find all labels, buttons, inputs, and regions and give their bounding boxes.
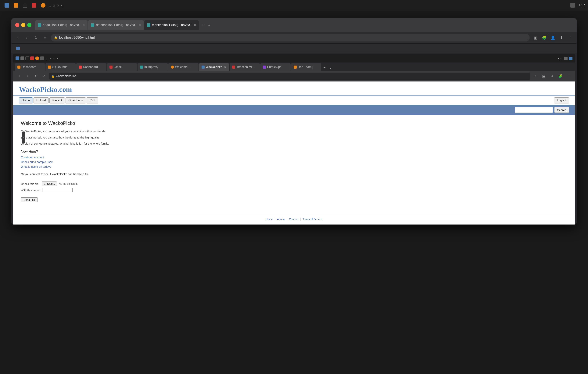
ff-reload-button[interactable]: ↻ xyxy=(32,73,39,80)
ff-tab-label-9: PurpleOps xyxy=(267,65,282,69)
browse-button[interactable]: Browse... xyxy=(42,182,57,186)
minimize-button[interactable] xyxy=(21,23,25,27)
site-footer: Home | Admin | Contact | Terms of Servic… xyxy=(13,214,575,224)
tab-close-attack[interactable]: ✕ xyxy=(83,23,85,27)
ff-tab-list-button[interactable]: ⌄ xyxy=(328,65,333,71)
ff-bookmark-star[interactable]: ☆ xyxy=(532,73,539,80)
address-text: localhost:6080/vnc.html xyxy=(59,36,527,40)
site-body: Welcome to WackoPicko On WackoPicko, you… xyxy=(13,115,575,208)
search-input[interactable] xyxy=(515,107,553,113)
tab-title-defense: defense.lab:1 (kali) - noVNC xyxy=(96,23,136,27)
ff-back-button[interactable]: ‹ xyxy=(16,73,23,80)
ff-extensions-button[interactable]: 🧩 xyxy=(557,73,564,80)
ff-tab-label-10: Red Team | xyxy=(298,65,313,69)
ff-tab-roundcube[interactable]: (1) Roundc... xyxy=(45,63,76,71)
ff-address-bar[interactable]: 🔒 wackopicko.lab xyxy=(49,73,530,80)
nav-guestbook[interactable]: Guestbook xyxy=(65,97,86,103)
tab-monitor[interactable]: monitor.lab:1 (kali) - noVNC ✕ xyxy=(144,20,199,30)
ff-tab-mitmproxy[interactable]: mitmproxy xyxy=(137,63,168,71)
tab-attack[interactable]: attack.lab:1 (kali) - noVNC ✕ xyxy=(35,20,87,30)
new-tab-button[interactable]: + xyxy=(200,21,206,28)
ff-lock-icon: 🔒 xyxy=(52,75,55,78)
gmail-icon xyxy=(109,65,113,69)
extensions-button[interactable]: 🧩 xyxy=(541,34,547,41)
chrome-address-bar[interactable]: 🔒 localhost:6080/vnc.html xyxy=(51,34,530,42)
bookmark-kali[interactable] xyxy=(14,45,22,51)
check-file-label: Check this file: xyxy=(21,182,40,185)
inner-workspaces: 1 2 3 4 xyxy=(46,57,58,60)
lock-icon: 🔒 xyxy=(54,36,58,39)
ff-pocket-button[interactable]: ▣ xyxy=(540,73,547,80)
ff-tab-purpleops[interactable]: PurpleOps xyxy=(260,63,291,71)
roundcube-icon-2 xyxy=(48,65,51,69)
ff-tab-close-7[interactable]: ✕ xyxy=(224,66,226,69)
vnc-favicon xyxy=(38,23,41,27)
footer-admin-link[interactable]: Admin xyxy=(277,218,285,221)
inner-google-icon xyxy=(569,57,572,60)
tab-close-monitor[interactable]: ✕ xyxy=(194,23,196,27)
ff-new-tab-button[interactable]: + xyxy=(322,65,327,71)
ff-tab-infection[interactable]: Infection Mi... xyxy=(230,63,260,71)
ff-menu-button[interactable]: ☰ xyxy=(565,73,572,80)
create-account-link[interactable]: Create an account xyxy=(21,156,567,159)
side-panel-toggle[interactable]: › xyxy=(22,132,25,143)
download-button[interactable]: ⬇ xyxy=(558,34,565,41)
no-file-text: No file selected. xyxy=(59,182,78,185)
cast-button[interactable]: ▣ xyxy=(532,34,539,41)
kali-app[interactable] xyxy=(3,2,10,8)
search-button[interactable]: Search xyxy=(554,107,569,113)
back-button[interactable]: ‹ xyxy=(14,34,21,41)
welcome-heading: Welcome to WackoPicko xyxy=(21,120,567,126)
send-file-button[interactable]: Send File xyxy=(21,197,38,202)
logout-button[interactable]: Logout xyxy=(554,97,569,103)
ff-home-button[interactable]: ⌂ xyxy=(41,73,48,80)
ff-tab-dashboard2[interactable]: Dashboard xyxy=(76,63,106,71)
ff-tab-gmail[interactable]: Gmail xyxy=(107,63,137,71)
firefox-app[interactable] xyxy=(39,2,47,8)
name-label: With this name: xyxy=(21,189,40,192)
ff-tab-welcome[interactable]: Welcome... xyxy=(168,63,199,71)
mitmproxy-icon xyxy=(140,65,143,69)
reload-button[interactable]: ↻ xyxy=(32,34,39,41)
ff-tab-dashboard1[interactable]: Dashboard xyxy=(15,63,45,71)
site-title: WackoPicko.com xyxy=(19,85,569,94)
footer-home-link[interactable]: Home xyxy=(266,218,273,221)
tab-close-defense[interactable]: ✕ xyxy=(139,23,141,27)
ff-tab-wackopicko[interactable]: WackoPicko ✕ xyxy=(199,63,229,71)
infection-icon xyxy=(232,65,235,69)
firefox-icon xyxy=(41,3,45,8)
ff-tab-label-7: WackoPicko xyxy=(206,65,222,69)
ff-forward-button[interactable]: › xyxy=(24,73,31,80)
nav-home[interactable]: Home xyxy=(19,97,33,103)
monitor-icon[interactable] xyxy=(569,2,577,8)
kali-bookmark-icon xyxy=(16,47,20,50)
account-button[interactable]: 👤 xyxy=(549,34,556,41)
close-button[interactable] xyxy=(15,23,19,27)
ff-tab-redteam[interactable]: Red Team | xyxy=(291,63,321,71)
home-button[interactable]: ⌂ xyxy=(42,34,49,41)
name-input[interactable] xyxy=(42,188,73,192)
footer-tos-link[interactable]: Terms of Service xyxy=(303,218,322,221)
going-on-link[interactable]: What is going on today? xyxy=(21,165,567,168)
inner-os-bar: 1 2 3 4 1:57 xyxy=(13,54,575,63)
files-app[interactable] xyxy=(12,2,20,8)
text-app[interactable] xyxy=(30,2,38,8)
ff-tab-label-1: Dashboard xyxy=(21,65,36,69)
tab-defense[interactable]: defense.lab:1 (kali) - noVNC ✕ xyxy=(88,20,144,30)
maximize-button[interactable] xyxy=(27,23,32,27)
redteam-icon xyxy=(294,65,297,69)
menu-button[interactable]: ⋮ xyxy=(567,34,574,41)
nav-upload[interactable]: Upload xyxy=(33,97,49,103)
sample-user-link[interactable]: Check out a sample user! xyxy=(21,160,567,163)
footer-contact-link[interactable]: Contact xyxy=(289,218,298,221)
hero-desc-1: On WackoPicko, you can share all your cr… xyxy=(21,129,567,134)
name-row: With this name: xyxy=(21,188,567,192)
firefox-navbar: ‹ › ↻ ⌂ 🔒 wackopicko.lab ☆ ▣ ⬇ 🧩 ☰ xyxy=(13,71,575,82)
nav-recent[interactable]: Recent xyxy=(49,97,65,103)
nav-cart[interactable]: Cart xyxy=(87,97,98,103)
terminal-app[interactable] xyxy=(21,2,29,8)
forward-button[interactable]: › xyxy=(23,34,30,41)
roundcube-icon xyxy=(17,65,21,69)
ff-download-button[interactable]: ⬇ xyxy=(549,73,556,80)
tab-overflow-button[interactable]: ⌄ xyxy=(208,23,211,27)
